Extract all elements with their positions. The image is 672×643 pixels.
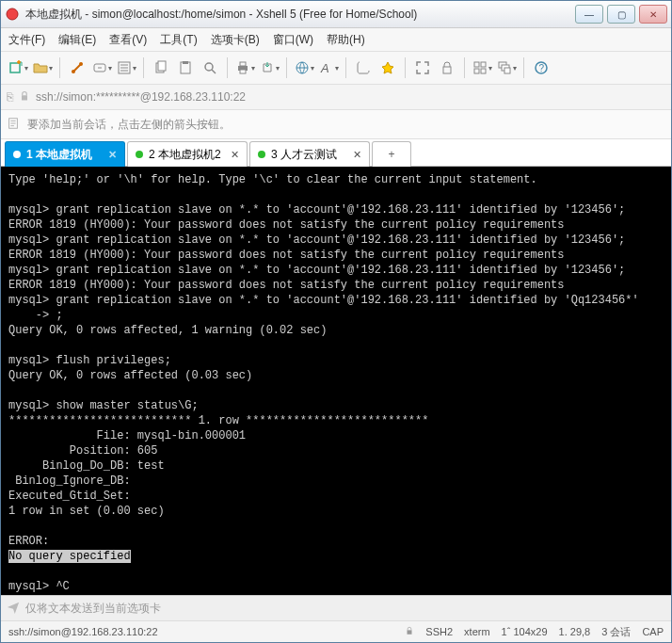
- svg-text:?: ?: [539, 63, 545, 73]
- session-tabs: 1 本地虚拟机 ✕ 2 本地虚拟机2 ✕ 3 人才云测试 ✕ +: [1, 139, 671, 167]
- app-icon: [5, 7, 20, 22]
- highlight-button[interactable]: [376, 56, 399, 79]
- menu-help[interactable]: 帮助(H): [327, 32, 365, 48]
- svg-rect-19: [474, 69, 479, 73]
- help-button[interactable]: ?: [530, 56, 552, 79]
- tab-label: 3 人才云测试: [271, 147, 337, 163]
- tab-label: 2 本地虚拟机2: [149, 147, 221, 163]
- open-button[interactable]: ▾: [31, 56, 54, 79]
- tip-text: 要添加当前会话，点击左侧的箭头按钮。: [27, 117, 231, 133]
- print-button[interactable]: ▾: [233, 56, 256, 79]
- status-connection: ssh://simon@192.168.23.110:22: [8, 626, 158, 637]
- status-size: 1ˆ 104x29: [502, 626, 548, 637]
- svg-point-2: [72, 70, 75, 73]
- tab-label: 1 本地虚拟机: [26, 147, 92, 163]
- transfer-button[interactable]: ▾: [258, 56, 280, 79]
- address-bar: ⎘ ssh://simon:**********@192.168.23.110:…: [1, 85, 671, 110]
- status-term: xterm: [464, 626, 490, 637]
- minimize-button[interactable]: —: [575, 5, 603, 24]
- status-dot-icon: [258, 151, 265, 158]
- menu-view[interactable]: 查看(V): [109, 32, 147, 48]
- svg-rect-17: [474, 62, 479, 67]
- svg-rect-12: [240, 62, 246, 66]
- fullscreen-button[interactable]: [411, 56, 434, 79]
- close-button[interactable]: ✕: [639, 5, 667, 24]
- tab-session-2[interactable]: 2 本地虚拟机2 ✕: [127, 141, 248, 167]
- paste-button[interactable]: [174, 56, 197, 79]
- svg-text:A: A: [320, 61, 329, 75]
- svg-rect-18: [481, 62, 486, 67]
- svg-rect-23: [504, 68, 510, 73]
- svg-rect-20: [481, 69, 486, 73]
- svg-rect-1: [10, 63, 20, 72]
- menu-window[interactable]: 窗口(W): [273, 32, 313, 48]
- find-button[interactable]: [199, 56, 221, 79]
- menu-file[interactable]: 文件(F): [8, 32, 45, 48]
- font-button[interactable]: A▾: [317, 56, 340, 79]
- disconnect-button[interactable]: ▾: [90, 56, 113, 79]
- svg-rect-26: [22, 95, 27, 100]
- send-icon[interactable]: [7, 601, 20, 617]
- tab-close-icon[interactable]: ✕: [353, 149, 361, 161]
- lock-button[interactable]: [436, 56, 458, 79]
- svg-point-10: [205, 63, 213, 71]
- status-dot-icon: [136, 151, 143, 158]
- reconnect-button[interactable]: [66, 56, 88, 79]
- address-text[interactable]: ssh://simon:**********@192.168.23.110:22: [36, 90, 246, 104]
- status-dot-icon: [13, 151, 21, 158]
- titlebar: 本地虚拟机 - simon@localhost:/home/simon - Xs…: [1, 1, 671, 28]
- tab-add-button[interactable]: +: [372, 141, 411, 167]
- svg-rect-16: [443, 67, 451, 73]
- send-input[interactable]: 仅将文本发送到当前选项卡: [25, 601, 161, 617]
- tip-icon: [7, 117, 20, 133]
- send-bar: 仅将文本发送到当前选项卡: [1, 595, 671, 620]
- svg-rect-13: [240, 70, 246, 73]
- copy-button[interactable]: [150, 56, 172, 79]
- tab-session-3[interactable]: 3 人才云测试 ✕: [249, 141, 370, 167]
- status-bar: ssh://simon@192.168.23.110:22 SSH2 xterm…: [1, 620, 671, 642]
- tab-session-1[interactable]: 1 本地虚拟机 ✕: [5, 141, 125, 167]
- tab-close-icon[interactable]: ✕: [108, 149, 117, 161]
- menubar: 文件(F) 编辑(E) 查看(V) 工具(T) 选项卡(B) 窗口(W) 帮助(…: [1, 28, 671, 52]
- web-button[interactable]: ▾: [293, 56, 315, 79]
- menu-tabs[interactable]: 选项卡(B): [211, 32, 260, 48]
- svg-point-3: [79, 62, 83, 66]
- svg-rect-7: [158, 61, 166, 71]
- info-bar: 要添加当前会话，点击左侧的箭头按钮。: [1, 110, 671, 139]
- new-session-button[interactable]: ▾: [7, 56, 29, 79]
- toolbar: ▾ ▾ ▾ ▾ ▾ ▾ ▾ A▾ ▾ ▾ ?: [1, 52, 671, 85]
- svg-rect-28: [408, 630, 412, 634]
- svg-rect-9: [183, 61, 188, 64]
- properties-button[interactable]: ▾: [115, 56, 137, 79]
- svg-point-0: [7, 8, 18, 20]
- status-sessions: 3 会话: [601, 625, 631, 639]
- app-window: 本地虚拟机 - simon@localhost:/home/simon - Xs…: [0, 0, 672, 643]
- menu-tools[interactable]: 工具(T): [160, 32, 197, 48]
- terminal-output[interactable]: Type 'help;' or '\h' for help. Type '\c'…: [1, 167, 671, 595]
- tile-button[interactable]: ▾: [471, 56, 493, 79]
- window-buttons: — ▢ ✕: [571, 5, 667, 24]
- addr-arrow-icon[interactable]: ⎘: [7, 90, 13, 104]
- cascade-button[interactable]: ▾: [495, 56, 518, 79]
- status-lock-icon: [405, 626, 414, 637]
- window-title: 本地虚拟机 - simon@localhost:/home/simon - Xs…: [25, 7, 571, 23]
- tab-close-icon[interactable]: ✕: [231, 149, 239, 161]
- status-cap: CAP: [642, 626, 664, 637]
- menu-edit[interactable]: 编辑(E): [58, 32, 96, 48]
- lock-icon: [19, 90, 30, 104]
- script-button[interactable]: [352, 56, 375, 79]
- maximize-button[interactable]: ▢: [607, 5, 635, 24]
- status-pos: 1. 29,8: [559, 626, 591, 637]
- status-protocol: SSH2: [425, 626, 453, 637]
